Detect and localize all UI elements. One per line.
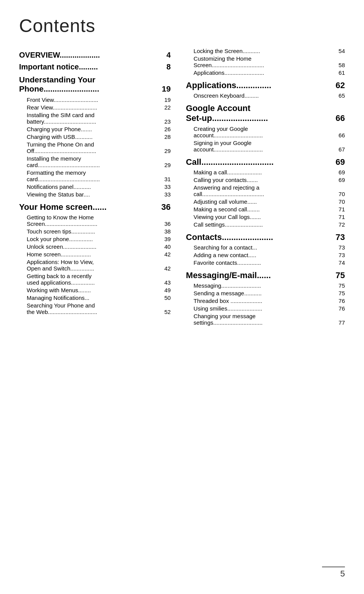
toc-sub-line2: Off.....................................… [27,148,96,154]
toc-sub-entry: Favorite contacts...............74 [186,259,345,266]
toc-sub-text: Touch screen tips............... [27,228,95,235]
toc-sub-entry: Using smilies......................76 [186,305,345,312]
toc-section-text: Applications............... [186,80,271,90]
toc-sub-line1: Answering and rejecting a [193,184,345,191]
toc-sub-line2: battery................................. [27,118,96,125]
toc-left: OVERVIEW...................4Important no… [19,48,182,316]
toc-sub-entry: Viewing the Status bar....33 [19,191,171,198]
toc-section-page: 62 [334,80,345,90]
toc-sub-multiline: Getting to Know the HomeScreen..........… [19,214,171,227]
toc-sub-page: 22 [160,104,171,111]
toc-entry-line1: Understanding Your [19,75,171,84]
toc-sub-multiline: Signing in your Googleaccount...........… [186,140,345,153]
toc-sub-entry: Applications.........................61 [186,69,345,76]
toc-sub-multiline: Applications: How to View,Open and Switc… [19,259,171,272]
toc-sub-entry: Threaded box ....................76 [186,298,345,304]
toc-sub-entry: Managing Notifications...50 [19,295,171,301]
toc-sub-line2: the Web............................... [27,309,97,315]
toc-sub-line1: Getting back to a recently [27,273,171,279]
toc-sub-page: 28 [160,134,171,140]
toc-section-line2: Set-up........................ [186,113,268,123]
toc-section-text: Your Home screen...... [19,202,106,212]
toc-sub-text: Rear View............................ [27,104,97,111]
toc-right: Locking the Screen...........54Customizi… [182,48,345,327]
toc-sub-line1: Formatting the memory [27,169,171,176]
toc-sub-entry: Adjusting call volume......70 [186,198,345,205]
toc-sub-line1: Creating your Google [193,126,345,132]
toc-sub-multiline: Answering and rejecting acall...........… [186,184,345,197]
toc-entry-main: Important notice.........8 [19,63,171,71]
toc-sub-text: Using smilies...................... [193,305,262,312]
toc-sub-entry: Front View............................19 [19,97,171,103]
toc-sub-text: Unlock screen..................... [27,243,97,250]
toc-sub-line1: Installing the SIM card and [27,112,171,118]
toc-sub-page: 77 [334,319,345,326]
toc-section-page: 73 [334,232,345,242]
toc-sub-page: 73 [334,252,345,258]
toc-sub-text: Charging your Phone....... [27,126,92,132]
toc-sub-page: 29 [160,162,171,168]
toc-sub-page: 43 [160,279,171,286]
toc-sub-page: 29 [160,148,171,154]
toc-sub-text: Working with Menus........ [27,287,91,293]
toc-sub-text: Sending a message........... [193,290,261,296]
toc-sub-multiline: Getting back to a recentlyused applicati… [19,273,171,286]
toc-sub-page: 65 [334,92,345,99]
toc-entry-line2: Phone......................... [19,84,99,93]
toc-sub-line1: Customizing the Home [193,55,345,62]
toc-sub-multiline: Creating your Googleaccount.............… [186,126,345,138]
toc-sub-line2: card....................................… [27,176,100,182]
toc-sub-multiline: Customizing the HomeScreen..............… [186,55,345,68]
toc-sub-multiline: Changing your messagesettings...........… [186,313,345,326]
toc-sub-multiline: Searching Your Phone andthe Web.........… [19,302,171,315]
toc-sub-entry: Charging your Phone.......26 [19,126,171,132]
toc-sub-page: 66 [334,132,345,138]
toc-section-page: 69 [334,157,345,167]
toc-sub-page: 67 [334,146,345,153]
toc-entry-page: 4 [160,51,171,60]
toc-sub-multiline: Installing the SIM card andbattery......… [19,112,171,125]
toc-sub-line2: Open and Switch............... [27,265,94,272]
toc-entry-main-multiline: Understanding YourPhone.................… [19,75,171,93]
toc-sub-page: 19 [160,97,171,103]
toc-sub-line1: Turning the Phone On and [27,141,171,148]
toc-section-page: 75 [334,270,345,280]
toc-sub-line2: card....................................… [27,162,100,168]
toc-sub-entry: Sending a message...........75 [186,290,345,296]
toc-sub-entry: Messaging.........................75 [186,282,345,289]
toc-sub-entry: Lock your phone...............39 [19,236,171,242]
toc-section-header: Messaging/E-mail......75 [186,270,345,280]
toc-sub-text: Lock your phone............... [27,236,93,242]
toc-sub-text: Front View............................ [27,97,98,103]
bottom-area: 5 [322,559,345,579]
toc-sub-multiline: Formatting the memorycard...............… [19,169,171,182]
toc-sub-text: Charging with USB........... [27,134,93,140]
toc-sub-text: Calling your contacts....... [193,177,258,183]
toc-sub-page: 36 [160,221,171,227]
toc-sub-text: Searching for a contact... [193,244,257,251]
toc-sub-line2: used applications............... [27,279,95,286]
toc-sub-entry: Onscreen Keyboard.........65 [186,92,345,99]
toc-sub-page: 76 [334,298,345,304]
toc-section-header: Contacts......................73 [186,232,345,242]
page-title: Contents [19,15,345,36]
toc-sub-text: Managing Notifications... [27,295,89,301]
toc-sub-line2: Screen................................. [193,62,264,68]
toc-section-page: 66 [334,113,345,123]
toc-sub-page: 40 [160,243,171,250]
toc-sub-page: 73 [334,244,345,251]
toc-sub-page: 31 [160,176,171,182]
toc-sub-entry: Unlock screen.....................40 [19,243,171,250]
toc-sub-page: 42 [160,251,171,258]
toc-sub-line1: Signing in your Google [193,140,345,146]
toc-sub-line2: call....................................… [193,191,264,197]
toc-sub-entry: Adding a new contact.....73 [186,252,345,258]
toc-sub-entry: Working with Menus........49 [19,287,171,293]
toc-sub-text: Making a second call........ [193,206,259,212]
toc-sub-entry: Touch screen tips...............38 [19,228,171,235]
toc-section-page: 36 [160,202,171,212]
toc-sub-line1: Getting to Know the Home [27,214,171,221]
toc-sub-page: 58 [334,62,345,68]
toc-section-header: Applications...............62 [186,80,345,90]
toc-sub-entry: Locking the Screen...........54 [186,48,345,54]
